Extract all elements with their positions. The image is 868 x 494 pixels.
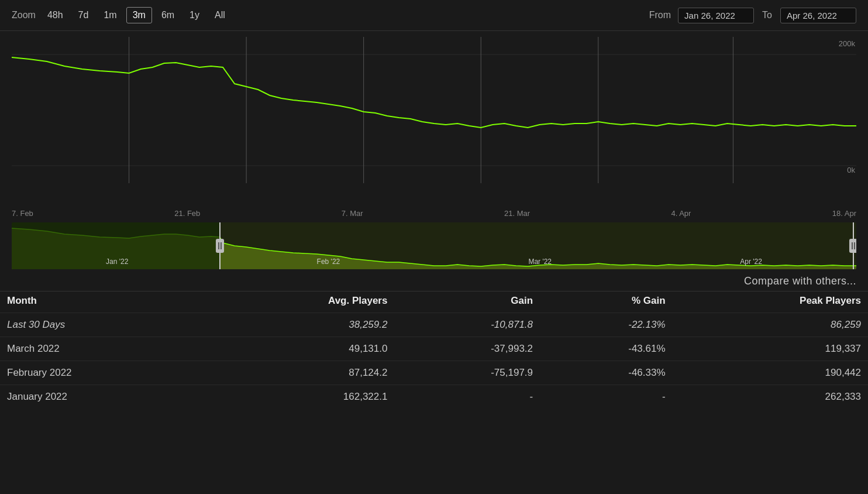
cell-pct-gain: -46.33% <box>540 361 673 385</box>
zoom-7d[interactable]: 7d <box>73 8 95 23</box>
zoom-all[interactable]: All <box>209 8 231 23</box>
main-chart-svg <box>12 37 856 183</box>
cell-peak-players: 190,442 <box>673 361 868 385</box>
y-axis-200k: 200k <box>839 39 855 48</box>
zoom-6m[interactable]: 6m <box>156 8 180 23</box>
cell-month: Last 30 Days <box>0 313 204 337</box>
cell-pct-gain: - <box>540 385 673 409</box>
col-header-avg-players: Avg. Players <box>204 291 394 313</box>
cell-peak-players: 262,333 <box>673 385 868 409</box>
table-row: January 2022162,322.1--262,333 <box>0 385 868 409</box>
zoom-1m[interactable]: 1m <box>98 8 122 23</box>
from-date-input[interactable] <box>678 8 754 23</box>
table-row: Last 30 Days38,259.2-10,871.8-22.13%86,2… <box>0 313 868 337</box>
col-header-peak-players: Peak Players <box>673 291 868 313</box>
cell-avg-players: 49,131.0 <box>204 337 394 361</box>
date-label-4apr: 4. Apr <box>671 209 691 218</box>
cell-gain: -10,871.8 <box>394 313 540 337</box>
svg-rect-14 <box>216 239 224 253</box>
cell-month: March 2022 <box>0 337 204 361</box>
date-label-7mar: 7. Mar <box>342 209 363 218</box>
cell-month: February 2022 <box>0 361 204 385</box>
zoom-48h[interactable]: 48h <box>42 8 69 23</box>
main-chart-area: 200k 0k <box>0 31 868 207</box>
col-header-pct-gain: % Gain <box>540 291 673 313</box>
to-date-input[interactable] <box>780 8 856 23</box>
toolbar: Zoom 48h 7d 1m 3m 6m 1y All From To <box>0 0 868 31</box>
table-row: March 202249,131.0-37,993.2-43.61%119,33… <box>0 337 868 361</box>
cell-avg-players: 87,124.2 <box>204 361 394 385</box>
col-header-month: Month <box>0 291 204 313</box>
col-header-gain: Gain <box>394 291 540 313</box>
zoom-label: Zoom <box>12 10 36 20</box>
table-header-row: Month Avg. Players Gain % Gain Peak Play… <box>0 291 868 313</box>
cell-avg-players: 162,322.1 <box>204 385 394 409</box>
cell-avg-players: 38,259.2 <box>204 313 394 337</box>
cell-gain: -75,197.9 <box>394 361 540 385</box>
svg-rect-17 <box>849 239 856 253</box>
cell-peak-players: 86,259 <box>673 313 868 337</box>
navigator-svg <box>12 222 856 269</box>
date-label-21feb: 21. Feb <box>174 209 200 218</box>
table-row: February 202287,124.2-75,197.9-46.33%190… <box>0 361 868 385</box>
zoom-1y[interactable]: 1y <box>184 8 205 23</box>
date-labels-row: 7. Feb 21. Feb 7. Mar 21. Mar 4. Apr 18.… <box>0 207 868 218</box>
svg-rect-11 <box>12 222 220 269</box>
y-axis-0k: 0k <box>847 166 855 174</box>
navigator-area[interactable]: Jan '22 Feb '22 Mar '22 Apr '22 <box>12 222 856 269</box>
to-label: To <box>762 10 772 20</box>
date-label-7feb: 7. Feb <box>12 209 33 218</box>
cell-month: January 2022 <box>0 385 204 409</box>
zoom-3m[interactable]: 3m <box>126 7 152 23</box>
cell-gain: - <box>394 385 540 409</box>
cell-gain: -37,993.2 <box>394 337 540 361</box>
svg-rect-0 <box>12 37 856 183</box>
compare-button[interactable]: Compare with others... <box>744 275 856 287</box>
cell-peak-players: 119,337 <box>673 337 868 361</box>
cell-pct-gain: -22.13% <box>540 313 673 337</box>
compare-row: Compare with others... <box>0 269 868 291</box>
stats-table: Month Avg. Players Gain % Gain Peak Play… <box>0 291 868 409</box>
date-label-21mar: 21. Mar <box>504 209 530 218</box>
cell-pct-gain: -43.61% <box>540 337 673 361</box>
from-label: From <box>649 10 671 20</box>
date-label-18apr: 18. Apr <box>832 209 856 218</box>
